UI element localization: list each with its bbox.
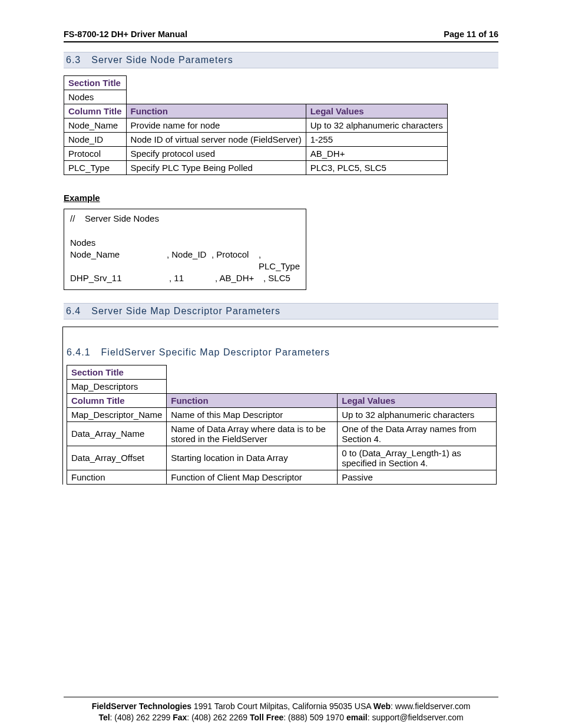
page-footer: FieldServer Technologies 1991 Tarob Cour…	[64, 697, 498, 724]
subsection-container: 6.4.1FieldServer Specific Map Descriptor…	[62, 327, 498, 485]
code-line: Nodes	[70, 237, 300, 249]
example-label: Example	[64, 193, 100, 203]
header-left: FS-8700-12 DH+ Driver Manual	[64, 29, 187, 39]
section-6-4-1-heading: 6.4.1FieldServer Specific Map Descriptor…	[67, 347, 495, 358]
section-6-3-heading: 6.3Server Side Node Parameters	[64, 52, 498, 68]
legal-values-header: Legal Values	[338, 393, 497, 407]
code-line: DHP_Srv_11 , 11 , AB_DH+ , SLC5	[70, 272, 300, 284]
section-title: FieldServer Specific Map Descriptor Para…	[101, 347, 330, 357]
section-title: Server Side Map Descriptor Parameters	[91, 306, 280, 316]
table-row: Data_Array_Name Name of Data Array where…	[67, 421, 497, 446]
section-title-label: Section Title	[64, 76, 127, 90]
table-row: Protocol Specify protocol used AB_DH+	[64, 147, 448, 161]
function-header: Function	[167, 393, 338, 407]
function-header: Function	[126, 104, 306, 118]
code-line: Node_Name , Node_ID , Protocol , PLC_Typ…	[70, 249, 300, 273]
table-row: Node_Name Provide name for node Up to 32…	[64, 118, 448, 133]
table-row: Map_Descriptor_Name Name of this Map Des…	[67, 407, 497, 421]
table-row: Node_ID Node ID of virtual server node (…	[64, 133, 448, 147]
table-row: Function Function of Client Map Descript…	[67, 470, 497, 484]
section-title-label: Section Title	[67, 365, 167, 379]
footer-fax-label: Fax	[173, 713, 187, 722]
table-map-descriptor-params: Section Title Map_Descriptors Column Tit…	[67, 365, 497, 485]
section-number: 6.3	[66, 55, 81, 65]
footer-web-label: Web	[373, 701, 391, 711]
column-title-label: Column Title	[64, 104, 127, 118]
column-title-label: Column Title	[67, 393, 167, 407]
footer-email-label: email	[346, 713, 368, 722]
table-row: Data_Array_Offset Starting location in D…	[67, 446, 497, 470]
footer-tollfree-label: Toll Free	[250, 713, 283, 722]
table-row: PLC_Type Specify PLC Type Being Polled P…	[64, 161, 448, 175]
code-line	[70, 225, 300, 236]
footer-company: FieldServer Technologies	[92, 701, 191, 711]
legal-values-header: Legal Values	[306, 104, 447, 118]
section-title: Server Side Node Parameters	[91, 55, 233, 65]
header-right: Page 11 of 16	[444, 29, 498, 39]
table-server-side-node-params: Section Title Nodes Column Title Functio…	[64, 75, 448, 175]
section-number: 6.4	[66, 306, 81, 316]
section-title-value: Map_Descriptors	[67, 379, 167, 393]
page-header: FS-8700-12 DH+ Driver Manual Page 11 of …	[64, 29, 498, 42]
footer-tel-label: Tel	[98, 713, 110, 722]
code-line: // Server Side Nodes	[70, 213, 300, 225]
section-6-4-heading: 6.4Server Side Map Descriptor Parameters	[64, 303, 498, 319]
section-number: 6.4.1	[67, 347, 91, 357]
example-code-box: // Server Side Nodes Nodes Node_Name , N…	[64, 209, 306, 290]
section-title-value: Nodes	[64, 90, 127, 104]
